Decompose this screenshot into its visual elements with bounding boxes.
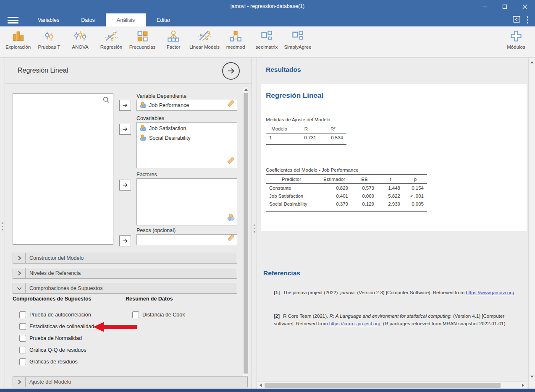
table-row: Social Desirability 0.379 0.129 2.939 0.… [266, 200, 427, 211]
collapse-results-icon[interactable] [513, 16, 520, 24]
section-comprobaciones-de-supuestos[interactable]: Comprobaciones de Supuestos [13, 283, 237, 294]
checkbox-icon[interactable] [19, 323, 26, 330]
options-scrollbar[interactable] [243, 86, 249, 386]
checkbox-icon[interactable] [19, 358, 26, 365]
scroll-right-icon[interactable] [520, 382, 526, 388]
section-niveles-de-referencia[interactable]: Niveles de Referencia [13, 268, 237, 279]
variable-item[interactable]: Job Satisfaction [137, 123, 237, 133]
checkbox-icon[interactable] [19, 347, 26, 353]
tab-variables[interactable]: Variables [27, 13, 70, 26]
checkbox-residual-plots[interactable]: Gráficas de residuos [19, 358, 78, 365]
panel-splitter[interactable] [252, 57, 257, 389]
factor-tree-icon [167, 30, 180, 42]
window-controls [475, 0, 535, 13]
splitter-handle-icon [2, 222, 3, 230]
checkbox-normality-test[interactable]: Prueba de Normalidad [19, 335, 82, 342]
checkbox-cooks-distance[interactable]: Distancia de Cook [132, 311, 185, 318]
scroll-up-icon[interactable] [529, 59, 535, 65]
table-row: Job Satisfaction 0.401 0.069 5.822 < .00… [266, 192, 427, 200]
assumption-checks-group-title: Comprobaciones de Supuestos [13, 296, 92, 302]
model-fit-table: Modelo R R² 1 0.731 0.534 [266, 124, 346, 145]
tab-editar[interactable]: Editar [146, 13, 181, 26]
scroll-left-icon[interactable] [258, 382, 263, 388]
window-bottom-edge [0, 389, 535, 392]
search-icon[interactable] [102, 96, 110, 105]
section-ajuste-del-modelo[interactable]: Ajuste del Modelo [13, 376, 248, 387]
checkbox-icon[interactable] [19, 311, 26, 318]
ribbon-seolmatrix[interactable]: seolmatrix [251, 30, 282, 50]
scrollbar-thumb[interactable] [244, 93, 248, 374]
minimize-button[interactable] [475, 0, 495, 13]
chevron-right-icon [13, 253, 26, 263]
table-row: Constante 0.829 0.573 1.448 0.154 [266, 184, 427, 192]
tab-analisis[interactable]: Análisis [106, 13, 146, 26]
checkbox-icon[interactable] [19, 335, 26, 342]
t-test-icon [43, 30, 55, 42]
covariates-box[interactable]: Job Satisfaction Social Desirability [136, 122, 237, 168]
move-to-dependent-button[interactable] [119, 100, 131, 111]
results-vertical-scrollbar[interactable] [528, 57, 535, 389]
checkbox-autocorrelation-test[interactable]: Prueba de autocorrelación [19, 311, 91, 318]
cran-r-project-link[interactable]: https://cran.r-project.org [329, 321, 380, 326]
chevron-down-icon [13, 283, 26, 293]
weights-box[interactable] [136, 234, 237, 245]
continuous-variable-icon [139, 134, 147, 141]
checkbox-collinearity-statistics[interactable]: Estadísticas de colinealidad [19, 323, 94, 330]
references-heading: Referencias [263, 269, 300, 277]
section-constructor-del-modelo[interactable]: Constructor del Modelo [13, 253, 237, 264]
ribbon-factor[interactable]: Factor [158, 30, 189, 50]
ribbon-linear-models[interactable]: Linear Models [189, 30, 220, 50]
move-to-factors-button[interactable] [119, 180, 131, 191]
jamovi-window: jamovi - regression-database(1) Variable… [0, 0, 535, 392]
ruler-icon [227, 234, 235, 243]
move-to-covariates-button[interactable] [119, 124, 131, 135]
ribbon-modulos[interactable]: Módulos [501, 30, 532, 50]
weights-label: Pesos (opcional) [136, 227, 176, 233]
ribbon-regresion[interactable]: Regresión [96, 30, 127, 50]
results-content-card: Regresión Lineal Medidas de Ajuste del M… [261, 84, 527, 231]
ribbon-pruebas-t[interactable]: Pruebas T [34, 30, 65, 50]
factors-box[interactable] [136, 178, 237, 225]
checkbox-qq-plot-residuals[interactable]: Gráfica Q-Q de residuos [19, 347, 86, 353]
reference-item-2: [2]R Core Team (2021). R: A Language and… [274, 313, 517, 328]
tab-datos[interactable]: Datos [70, 13, 106, 26]
scroll-up-icon[interactable] [243, 86, 249, 92]
chevron-right-icon [13, 268, 26, 278]
results-horizontal-scrollbar[interactable] [257, 381, 527, 389]
red-annotation-arrow-icon [93, 321, 138, 334]
ribbon-frecuencias[interactable]: Frecuencias [127, 30, 158, 50]
ribbon-anova[interactable]: ANOVA [65, 30, 96, 50]
close-button[interactable] [515, 0, 535, 13]
jamovi-org-link[interactable]: https://www.jamovi.org [466, 290, 514, 295]
regression-icon [105, 30, 118, 42]
analyses-ribbon: Exploración Pruebas T ANOVA Regresión Fr… [0, 26, 535, 57]
checkbox-icon[interactable] [132, 311, 139, 318]
squares-icon [260, 30, 273, 42]
ribbon-exploracion[interactable]: Exploración [3, 30, 34, 50]
move-to-weights-button[interactable] [119, 235, 131, 246]
continuous-variable-icon [139, 125, 147, 132]
maximize-button[interactable] [495, 0, 515, 13]
left-splitter[interactable] [0, 57, 5, 389]
ribbon-medmod[interactable]: medmod [220, 30, 251, 50]
dependent-variable-box[interactable]: Job Performance [136, 100, 237, 111]
tabbar-right-controls [513, 13, 531, 26]
splitter-handle-icon [254, 225, 255, 233]
ribbon-simplyagree[interactable]: SimplyAgree [282, 30, 313, 50]
continuous-variable-icon [139, 102, 147, 109]
covariates-label: Covariables [136, 115, 164, 121]
scrollbar-thumb[interactable] [265, 383, 501, 388]
chevron-right-icon [13, 377, 26, 387]
variables-source-list[interactable] [13, 93, 113, 245]
forward-circle-button[interactable] [222, 62, 240, 80]
modules-plus-icon [510, 30, 522, 42]
results-heading: Resultados [266, 66, 301, 73]
analysis-header: Regresión Lineal [5, 57, 252, 84]
kebab-menu-icon[interactable] [525, 15, 531, 25]
hamburger-menu-icon[interactable] [8, 17, 18, 24]
variable-item[interactable]: Job Performance [137, 100, 237, 110]
results-section-title: Regresión Lineal [266, 91, 323, 100]
ruler-icon [227, 157, 235, 166]
scroll-down-icon[interactable] [529, 374, 535, 379]
variable-item[interactable]: Social Desirability [137, 133, 237, 143]
